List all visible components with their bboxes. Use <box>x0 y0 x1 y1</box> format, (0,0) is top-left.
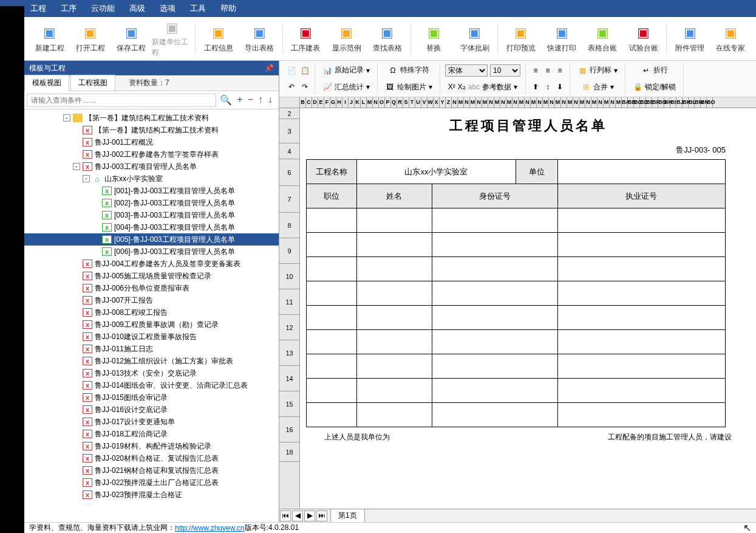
down-icon[interactable]: ↓ <box>268 94 273 106</box>
tree-item[interactable]: x鲁JJ-014图纸会审、设计变更、洽商记录汇总表 <box>24 379 279 391</box>
tool-附件管理[interactable]: ▣附件管理 <box>669 21 710 57</box>
tool-工程信息[interactable]: ▣工程信息 <box>198 21 239 57</box>
tool-试验台账[interactable]: ▣试验台账 <box>623 21 664 57</box>
expand-icon[interactable]: - <box>63 114 70 122</box>
tab-template-view[interactable]: 模板视图 <box>24 75 69 91</box>
size-select[interactable]: 10 <box>490 64 520 77</box>
expand-icon[interactable] <box>73 430 80 438</box>
search-icon[interactable]: 🔍 <box>220 94 232 106</box>
expand-icon[interactable] <box>73 151 80 158</box>
expand-icon[interactable] <box>73 345 80 352</box>
tool-导出表格[interactable]: ▣导出表格 <box>239 21 279 57</box>
tool-快速打印[interactable]: ▣快速打印 <box>542 21 582 57</box>
tool-显示范例[interactable]: ▣显示范例 <box>326 21 367 57</box>
undo-icon[interactable]: ↶ <box>287 82 296 92</box>
tool-新建单位工程[interactable]: ▣新建单位工程 <box>152 21 192 57</box>
align-right-icon[interactable]: ≡ <box>555 66 565 75</box>
rowcol-button[interactable]: ▦行列标 ▾ <box>575 64 620 77</box>
expand-icon[interactable] <box>73 126 80 134</box>
tree-item[interactable]: x[004]-鲁JJ-003工程项目管理人员名单 <box>24 221 279 233</box>
expand-icon[interactable] <box>73 284 80 292</box>
paste-icon[interactable]: 📋 <box>300 66 310 75</box>
tool-打印预览[interactable]: ▣打印预览 <box>500 21 541 57</box>
expand-icon[interactable] <box>73 260 80 267</box>
tree-item[interactable]: x鲁JJ-010建设工程质量事故报告 <box>24 331 279 343</box>
font-select[interactable]: 宋体 <box>445 64 488 77</box>
tree-item[interactable]: x鲁JJ-018工程洽商记录 <box>24 428 279 440</box>
expand-icon[interactable] <box>73 394 80 401</box>
tree-item[interactable]: x鲁JJ-021钢材合格证和复试报告汇总表 <box>24 464 279 476</box>
spreadsheet-content[interactable]: 工程项目管理人员名单 鲁JJ-003- 005 工程名称 山东xx小学实验室 单… <box>300 108 756 509</box>
expand-icon[interactable] <box>92 199 100 207</box>
menu-工具[interactable]: 工具 <box>190 3 206 14</box>
align-center-icon[interactable]: ≡ <box>543 66 553 75</box>
tree-item[interactable]: x鲁JJ-008工程竣工报告 <box>24 306 279 318</box>
menu-工程[interactable]: 工程 <box>30 3 46 14</box>
subscript-icon[interactable]: X₂ <box>458 83 466 91</box>
expand-icon[interactable] <box>73 272 80 280</box>
ref-data-button[interactable]: X² X₂ abc 参考数据 ▾ <box>446 81 520 94</box>
expand-icon[interactable] <box>92 248 100 255</box>
tool-表格台账[interactable]: ▣表格台账 <box>582 21 623 57</box>
tree-item[interactable]: x鲁JJ-015图纸会审记录 <box>24 391 279 404</box>
add-icon[interactable]: + <box>237 94 242 106</box>
tool-工序建表[interactable]: ▣工序建表 <box>285 21 326 57</box>
panel-pin-icon[interactable]: 📌 <box>265 64 274 72</box>
expand-icon[interactable] <box>92 187 100 194</box>
tree-item[interactable]: x鲁JJ-023预拌混凝土合格证 <box>24 489 279 501</box>
tool-新建工程[interactable]: ▣新建工程 <box>29 21 70 57</box>
tool-保存工程[interactable]: ▣保存工程 <box>111 21 152 57</box>
align-left-icon[interactable]: ≡ <box>531 66 540 75</box>
menu-云功能[interactable]: 云功能 <box>91 3 115 14</box>
expand-icon[interactable] <box>73 406 80 413</box>
menu-高级[interactable]: 高级 <box>129 3 145 14</box>
tree-item[interactable]: x鲁JJ-007开工报告 <box>24 294 279 306</box>
val-unit[interactable] <box>557 160 725 184</box>
expand-icon[interactable] <box>73 467 80 474</box>
tool-替换[interactable]: ▣替换 <box>414 21 454 57</box>
tree-item[interactable]: x鲁JJ-013技术（安全）交底记录 <box>24 367 279 379</box>
tree-item[interactable]: x鲁JJ-004工程参建各方人员及签章变更备案表 <box>24 258 279 270</box>
menu-帮助[interactable]: 帮助 <box>220 3 236 14</box>
tree-item[interactable]: x鲁JJ-005施工现场质量管理检查记录 <box>24 270 279 282</box>
tree-item[interactable]: x鲁JJ-009工程质量事故调（勘）查记录 <box>24 318 279 331</box>
merge-button[interactable]: ⊞合并 ▾ <box>579 81 616 94</box>
nav-last-icon[interactable]: ⏭ <box>316 511 327 521</box>
tree-item[interactable]: x鲁JJ-019材料、构配件进场检验记录 <box>24 440 279 452</box>
tree-item[interactable]: x鲁JJ-022预拌混凝土出厂合格证汇总表 <box>24 476 279 489</box>
nav-next-icon[interactable]: ▶ <box>304 511 315 521</box>
expand-icon[interactable] <box>73 333 80 340</box>
expand-icon[interactable] <box>92 211 100 219</box>
menu-工序[interactable]: 工序 <box>61 3 77 14</box>
expand-icon[interactable] <box>73 491 80 498</box>
expand-icon[interactable] <box>73 309 80 316</box>
tree-item[interactable]: x[001]-鲁JJ-003工程项目管理人员名单 <box>24 185 279 197</box>
expand-icon[interactable] <box>73 382 80 389</box>
tool-查找表格[interactable]: ▣查找表格 <box>367 21 407 57</box>
tool-字体批刷[interactable]: ▣字体批刷 <box>454 21 495 57</box>
tree-item[interactable]: x【第一卷】建筑结构工程施工技术资料 <box>24 124 279 136</box>
expand-icon[interactable] <box>73 442 80 450</box>
nav-prev-icon[interactable]: ◀ <box>292 511 303 521</box>
tool-打开工程[interactable]: ▣打开工程 <box>70 21 111 57</box>
expand-icon[interactable] <box>73 455 80 462</box>
expand-icon[interactable]: - <box>73 163 80 170</box>
raw-record-button[interactable]: 📊原始记录 ▾ <box>320 64 372 77</box>
tree-item[interactable]: x鲁JJ-006分包单位资质报审表 <box>24 282 279 294</box>
expand-icon[interactable] <box>73 139 80 146</box>
sheet-tab[interactable]: 第1页 <box>330 509 365 522</box>
tree-item[interactable]: x鲁JJ-020材料合格证、复试报告汇总表 <box>24 452 279 464</box>
tree-item[interactable]: x[003]-鲁JJ-003工程项目管理人员名单 <box>24 209 279 221</box>
tree-item[interactable]: x[005]-鲁JJ-003工程项目管理人员名单 <box>24 233 279 246</box>
tree-item[interactable]: x鲁JJ-012施工组织设计（施工方案）审批表 <box>24 355 279 367</box>
tree-item[interactable]: x[002]-鲁JJ-003工程项目管理人员名单 <box>24 197 279 209</box>
up-icon[interactable]: ↑ <box>258 94 263 106</box>
menu-选项[interactable]: 选项 <box>160 3 175 14</box>
redo-icon[interactable]: ↷ <box>300 82 310 92</box>
copy-icon[interactable]: 📄 <box>287 66 296 75</box>
superscript-icon[interactable]: X² <box>448 83 455 91</box>
tab-project-view[interactable]: 工程视图 <box>70 75 115 91</box>
valign-bottom-icon[interactable]: ⬇ <box>555 82 565 92</box>
lock-button[interactable]: 🔒锁定/解锁 <box>630 81 678 94</box>
valign-mid-icon[interactable]: ↕ <box>543 82 553 92</box>
